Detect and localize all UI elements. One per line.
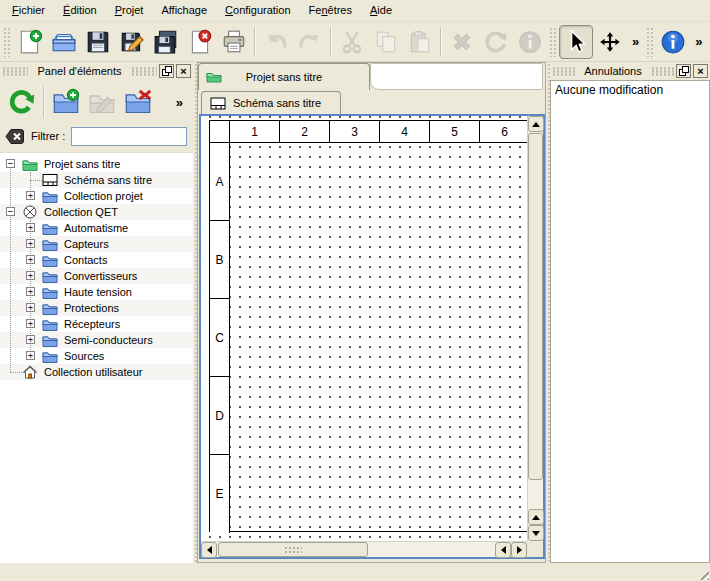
toolbar-drag-handle[interactable] (549, 27, 557, 57)
schema-tab-bar: Schéma sans titre (198, 90, 545, 114)
vertical-scroll-thumb[interactable] (528, 133, 543, 480)
scroll-left-button-2[interactable] (495, 542, 511, 558)
close-file-button[interactable] (183, 25, 217, 59)
tree-item-convertisseurs[interactable]: +Convertisseurs (0, 268, 193, 284)
delete-button (445, 25, 479, 59)
float-icon (162, 66, 172, 76)
info-toolbar-overflow-button[interactable]: » (690, 34, 707, 49)
tab-schema-sans-titre[interactable]: Schéma sans titre (201, 91, 341, 114)
horizontal-scrollbar[interactable] (201, 541, 527, 557)
move-icon (597, 29, 623, 55)
project-tab-bar: Projet sans titre (198, 63, 545, 90)
filter-input[interactable] (71, 127, 187, 146)
tree-item-schema-sans-titre[interactable]: Schéma sans titre (0, 172, 193, 188)
float-panel-button[interactable] (159, 64, 174, 78)
tree-collapse-toggle[interactable]: − (6, 159, 15, 168)
tree-expand-toggle[interactable]: + (26, 351, 35, 360)
tree-item-recepteurs[interactable]: +Récepteurs (0, 316, 193, 332)
tree-item-protections[interactable]: +Protections (0, 300, 193, 316)
print-button[interactable] (217, 25, 251, 59)
elements-panel-title: Panel d'éléments (28, 65, 130, 77)
tree-expand-toggle[interactable]: + (26, 271, 35, 280)
tree-item-collection-qet[interactable]: −Collection QET (0, 204, 193, 220)
pan-mode-button[interactable] (593, 25, 627, 59)
close-panel-button[interactable]: × (176, 64, 191, 78)
tree-item-semi-conducteurs[interactable]: +Semi-conducteurs (0, 332, 193, 348)
toolbar-drag-handle[interactable] (3, 27, 11, 57)
elements-panel-titlebar[interactable]: Panel d'éléments × (0, 62, 193, 80)
menu-projet[interactable]: Projet (106, 1, 153, 20)
home-icon (22, 365, 38, 379)
tree-item-sources[interactable]: +Sources (0, 348, 193, 364)
tree-expand-toggle[interactable]: + (26, 255, 35, 264)
row-header-c: C (210, 299, 230, 377)
undo-history-item[interactable]: Aucune modification (551, 81, 709, 99)
tree-item-contacts[interactable]: +Contacts (0, 252, 193, 268)
tree-item-label: Collection utilisateur (44, 366, 142, 378)
tree-expand-toggle[interactable]: + (26, 239, 35, 248)
open-icon (51, 29, 77, 55)
tree-item-haute-tension[interactable]: +Haute tension (0, 284, 193, 300)
copy-button (369, 25, 403, 59)
tree-expand-toggle[interactable]: + (26, 335, 35, 344)
save-all-button[interactable] (149, 25, 183, 59)
tree-expand-toggle[interactable]: + (26, 223, 35, 232)
clear-filter-button[interactable] (5, 128, 25, 145)
tree-item-projet-sans-titre[interactable]: −Projet sans titre (0, 156, 193, 172)
pointer-icon (563, 29, 589, 55)
mode-toolbar-overflow-button[interactable]: » (627, 34, 644, 49)
blue-folder-icon (42, 349, 58, 363)
vertical-scrollbar[interactable] (527, 116, 543, 541)
tree-item-collection-projet[interactable]: +Collection projet (0, 188, 193, 204)
window-resize-grip[interactable] (696, 567, 709, 580)
select-mode-button[interactable] (559, 25, 593, 59)
close-icon: × (180, 66, 186, 76)
scroll-up-button[interactable] (528, 116, 544, 132)
new-project-button[interactable] (13, 25, 47, 59)
tree-item-automatisme[interactable]: +Automatisme (0, 220, 193, 236)
delete-category-button[interactable] (120, 84, 156, 120)
scroll-right-button[interactable] (511, 542, 527, 558)
menu-affichage[interactable]: Affichage (152, 1, 216, 20)
new-category-button[interactable] (48, 84, 84, 120)
tree-expand-toggle[interactable]: + (26, 319, 35, 328)
float-undo-panel-button[interactable] (676, 64, 691, 78)
save-button[interactable] (81, 25, 115, 59)
diagram-canvas[interactable]: 123456 ABCDE (201, 116, 527, 541)
menu-fenetres[interactable]: Fenêtres (300, 1, 361, 20)
tree-expand-toggle[interactable]: + (26, 191, 35, 200)
arrow-up-icon (532, 515, 540, 520)
scroll-left-button[interactable] (201, 542, 217, 558)
scroll-down-button[interactable] (528, 525, 544, 541)
schema-child-window: 123456 ABCDE (199, 114, 545, 559)
tree-collapse-toggle[interactable]: − (6, 207, 15, 216)
elements-panel-dock: Panel d'éléments × » Filtrer : −Projet (0, 62, 193, 563)
toolbar-drag-handle[interactable] (646, 27, 654, 57)
edit-category-button (84, 84, 120, 120)
row-header-e: E (210, 455, 230, 533)
tree-expand-toggle[interactable]: + (26, 287, 35, 296)
menu-edition[interactable]: Édition (54, 1, 106, 20)
close-undo-panel-button[interactable]: × (693, 64, 708, 78)
tree-expand-toggle[interactable]: + (26, 303, 35, 312)
save-as-button[interactable] (115, 25, 149, 59)
menu-configuration[interactable]: Configuration (216, 1, 299, 20)
reload-collections-button[interactable] (4, 84, 40, 120)
menu-fichier[interactable]: Fichier (3, 1, 54, 20)
paste-button (403, 25, 437, 59)
panel-toolbar-overflow-button[interactable]: » (170, 95, 189, 110)
open-button[interactable] (47, 25, 81, 59)
scroll-up-button-2[interactable] (528, 509, 544, 525)
tree-item-capteurs[interactable]: +Capteurs (0, 236, 193, 252)
horizontal-scroll-thumb[interactable] (218, 542, 368, 557)
about-button[interactable] (656, 25, 690, 59)
horizontal-scroll-track[interactable] (217, 542, 495, 557)
vertical-scroll-track[interactable] (528, 132, 543, 509)
menu-aide[interactable]: Aide (361, 1, 401, 20)
dock-titlebar-texture (131, 67, 157, 76)
diagram-title-frame: 123456 ABCDE (209, 120, 527, 532)
undo-panel-titlebar[interactable]: Annulations × (550, 62, 710, 80)
blue-folder-icon (42, 285, 58, 299)
tree-item-collection-utilisateur[interactable]: Collection utilisateur (0, 364, 193, 380)
tab-project-sans-titre[interactable]: Projet sans titre (198, 63, 370, 90)
